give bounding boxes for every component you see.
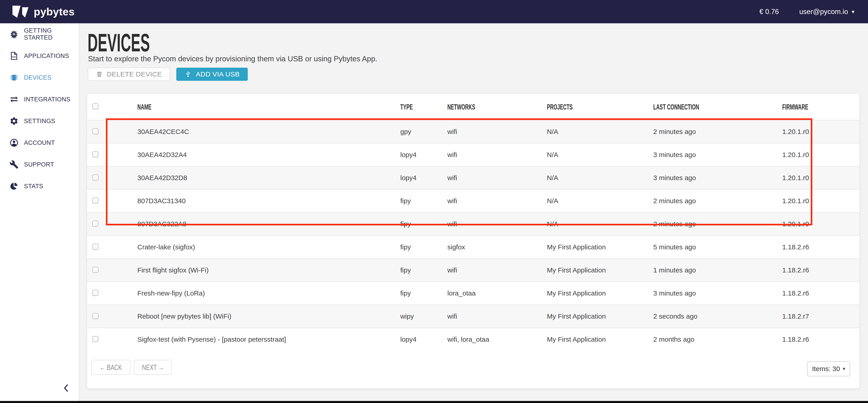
row-checkbox[interactable] [92, 175, 98, 181]
cell-name: 30AEA42CEC4C [137, 128, 400, 135]
sidebar-item-settings[interactable]: SETTINGS [0, 110, 79, 132]
row-checkbox-cell [87, 290, 137, 297]
row-checkbox[interactable] [92, 313, 98, 319]
svg-text:</>: </> [12, 55, 16, 59]
cell-firmware: 1.18.2.r6 [782, 289, 859, 297]
cell-projects: My First Application [547, 266, 653, 274]
pagination: ← BACK NEXT → Items: 30 ▾ [87, 351, 859, 389]
cell-projects: N/A [547, 174, 653, 182]
sidebar-item-label: SUPPORT [24, 161, 54, 168]
sidebar-collapse-button[interactable] [60, 382, 72, 394]
sidebar-item-account[interactable]: ACCOUNT [0, 132, 79, 154]
row-checkbox[interactable] [92, 267, 98, 273]
table-header: NAMETYPENETWORKSPROJECTSLAST CONNECTIONF… [87, 94, 859, 120]
cell-last-connection: 2 months ago [653, 336, 782, 343]
sidebar-nav: GETTING STARTED</>APPLICATIONSDEVICESINT… [0, 23, 79, 197]
table-row[interactable]: Fresh-new-fipy (LoRa)fipylora_otaaMy Fir… [87, 281, 859, 305]
row-checkbox-cell [87, 221, 137, 228]
sidebar-item-integrations[interactable]: INTEGRATIONS [0, 89, 79, 110]
cell-last-connection: 3 minutes ago [653, 151, 782, 159]
cell-networks: wifi [447, 174, 547, 182]
row-checkbox[interactable] [92, 151, 98, 157]
row-checkbox[interactable] [92, 336, 98, 342]
cell-last-connection: 2 minutes ago [653, 128, 782, 135]
sidebar-item-getting-started[interactable]: GETTING STARTED [0, 23, 79, 45]
cell-projects: My First Application [547, 336, 653, 343]
toolbar: DELETE DEVICE ADD VIA USB [88, 68, 248, 81]
sidebar-item-stats[interactable]: STATS [0, 175, 79, 197]
row-checkbox-cell [87, 336, 137, 343]
back-button[interactable]: ← BACK [91, 360, 130, 375]
items-per-page-label: Items: 30 [812, 365, 840, 373]
cell-name: 807D3AC322A8 [137, 220, 400, 228]
sidebar-item-support[interactable]: SUPPORT [0, 154, 79, 175]
table-row[interactable]: Sigfox-test (with Pysense) - [pastoor pe… [87, 328, 859, 351]
sidebar-item-label: SETTINGS [24, 118, 55, 125]
row-checkbox-cell [87, 197, 137, 205]
sidebar-item-devices[interactable]: DEVICES [0, 67, 79, 89]
cell-last-connection: 2 seconds ago [653, 312, 782, 320]
main-content: DEVICES Start to explore the Pycom devic… [79, 23, 868, 401]
add-via-usb-button[interactable]: ADD VIA USB [176, 68, 248, 81]
cell-firmware: 1.20.1.r0 [782, 128, 859, 135]
column-header-name: NAME [137, 102, 400, 111]
items-per-page-dropdown[interactable]: Items: 30 ▾ [807, 361, 850, 376]
trash-icon [96, 71, 103, 78]
cell-firmware: 1.20.1.r0 [782, 151, 859, 159]
cell-projects: N/A [547, 128, 653, 135]
table-row[interactable]: 30AEA42CEC4CgpywifiN/A2 minutes ago1.20.… [87, 120, 859, 143]
brand-logo[interactable]: pybytes [12, 5, 75, 18]
column-header-last-connection: LAST CONNECTION [653, 102, 782, 111]
cell-projects: My First Application [547, 243, 653, 251]
table-row[interactable]: First flight sigfox (Wi-Fi)fipywifiMy Fi… [87, 258, 859, 281]
row-checkbox[interactable] [92, 244, 98, 250]
cell-networks: lora_otaa [447, 289, 547, 297]
row-checkbox-cell [87, 128, 137, 135]
window-bottom-edge [0, 401, 868, 403]
row-checkbox-cell [87, 267, 137, 274]
cell-last-connection: 5 minutes ago [653, 243, 782, 251]
table-row[interactable]: 30AEA42D32D8lopy4wifiN/A3 minutes ago1.2… [87, 166, 859, 189]
applications-icon: </> [9, 51, 19, 60]
stats-icon [9, 182, 19, 191]
select-all-checkbox[interactable] [92, 103, 98, 110]
cell-firmware: 1.20.1.r0 [782, 220, 859, 228]
row-checkbox[interactable] [92, 290, 98, 296]
pycom-logo-icon [22, 7, 29, 18]
row-checkbox-cell [87, 244, 137, 251]
row-checkbox[interactable] [92, 197, 98, 204]
getting-started-icon [9, 30, 19, 39]
row-checkbox[interactable] [92, 128, 98, 134]
cell-name: Crater-lake (sigfox) [137, 243, 400, 251]
cell-name: 30AEA42D32D8 [137, 174, 400, 182]
table-row[interactable]: Crater-lake (sigfox)fipysigfoxMy First A… [87, 235, 859, 258]
table-row[interactable]: 807D3AC31340fipywifiN/A2 minutes ago1.20… [87, 189, 859, 212]
row-checkbox[interactable] [92, 221, 98, 227]
sidebar-item-label: DEVICES [24, 74, 51, 81]
cell-firmware: 1.20.1.r0 [782, 197, 859, 205]
user-menu[interactable]: user@pycom.io ▾ [799, 8, 855, 16]
cell-networks: wifi [447, 312, 547, 320]
row-checkbox-cell [87, 151, 137, 158]
cell-type: fipy [400, 197, 447, 205]
cell-networks: wifi [447, 128, 547, 135]
table-row[interactable]: 807D3AC322A8fipywifiN/A2 minutes ago1.20… [87, 212, 859, 235]
sidebar-item-label: GETTING STARTED [24, 27, 79, 41]
sidebar-item-applications[interactable]: </>APPLICATIONS [0, 45, 79, 67]
cell-networks: sigfox [447, 243, 547, 251]
delete-device-button[interactable]: DELETE DEVICE [88, 68, 170, 81]
cell-networks: wifi [447, 220, 547, 228]
cell-projects: N/A [547, 220, 653, 228]
cell-type: fipy [400, 243, 447, 251]
table-row[interactable]: 30AEA42D32A4lopy4wifiN/A3 minutes ago1.2… [87, 143, 859, 166]
next-button[interactable]: NEXT → [134, 360, 172, 375]
table-row[interactable]: Reboot [new pybytes lib] (WiFi)wipywifiM… [87, 305, 859, 328]
cell-networks: wifi [447, 197, 547, 205]
topbar: pybytes € 0.76 user@pycom.io ▾ [0, 0, 868, 23]
cell-name: Sigfox-test (with Pysense) - [pastoor pe… [137, 336, 400, 343]
cell-last-connection: 3 minutes ago [653, 289, 782, 297]
page-subtitle: Start to explore the Pycom devices by pr… [88, 55, 377, 63]
cell-last-connection: 2 minutes ago [653, 197, 782, 205]
cell-type: lopy4 [400, 151, 447, 159]
column-header-projects: PROJECTS [547, 102, 653, 111]
